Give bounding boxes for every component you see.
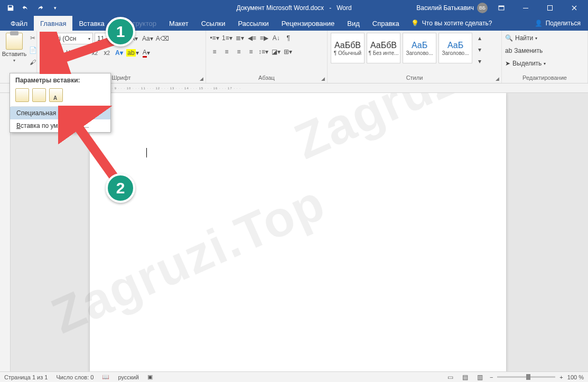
style-heading1[interactable]: АаБ Заголово... (403, 33, 436, 63)
underline-button[interactable]: Ч▾ (64, 48, 75, 58)
tab-mailings[interactable]: Рассылки (231, 16, 275, 31)
title-right: Василий Батькавич ВБ (416, 0, 588, 16)
highlight-button[interactable]: ab▾ (126, 48, 139, 58)
close-button[interactable] (564, 0, 585, 16)
save-icon[interactable] (4, 2, 17, 14)
subscript-button[interactable]: x2 (89, 48, 100, 58)
style-no-spacing[interactable]: АаБбВ ¶ Без инте... (367, 33, 400, 63)
web-layout-icon[interactable]: ▥ (475, 372, 486, 383)
font-name-combo[interactable]: Calibri (Осн▾ (40, 33, 93, 44)
spell-check-icon[interactable]: 📖 (102, 374, 109, 380)
tell-me-search[interactable]: 💡 Что вы хотите сделать? (411, 16, 492, 31)
group-label: Абзац (209, 74, 324, 82)
decrease-indent-button[interactable]: ◀≡ (247, 33, 257, 43)
undo-icon[interactable] (19, 2, 32, 14)
window-title: Документ Microsoft Word.docx - Word (236, 4, 351, 12)
format-painter-icon[interactable]: 🖌 (27, 57, 38, 68)
tab-help[interactable]: Справка (366, 16, 406, 31)
numbering-button[interactable]: 1≡▾ (221, 33, 233, 43)
paste-options-menu: Параметры вставки: A Специальная вставка… (10, 73, 111, 133)
italic-button[interactable]: К (52, 48, 63, 58)
styles-gallery[interactable]: АаБбВ ¶ Обычный АаБбВ ¶ Без инте... АаБ … (331, 33, 485, 67)
align-right-button[interactable]: ≡ (234, 46, 244, 57)
group-styles: АаБбВ ¶ Обычный АаБбВ ¶ Без инте... АаБ … (328, 31, 502, 83)
styles-scroll-down-icon[interactable]: ▾ (474, 44, 485, 55)
document-area: Zagruzi.Top Zagruzi.Top (0, 93, 588, 371)
tab-insert[interactable]: Вставка (72, 16, 110, 31)
styles-scroll-up-icon[interactable]: ▴ (474, 33, 485, 43)
paste-special-item[interactable]: Специальная вставка... (10, 107, 110, 119)
cursor-icon: ➤ (505, 60, 510, 67)
styles-more-icon[interactable]: ▾ (474, 56, 485, 67)
share-icon: 👤 (535, 20, 543, 27)
multilevel-list-button[interactable]: ≣▾ (235, 33, 245, 43)
tab-references[interactable]: Ссылки (195, 16, 232, 31)
status-bar: Страница 1 из 1 Число слов: 0 📖 русский … (0, 371, 588, 382)
tab-review[interactable]: Рецензирование (275, 16, 341, 31)
svg-rect-2 (523, 8, 528, 8)
title-bar: ▾ Документ Microsoft Word.docx - Word Ва… (0, 0, 588, 16)
dialog-launcher-icon[interactable]: ◢ (320, 76, 326, 82)
cut-icon[interactable]: ✂ (27, 33, 38, 43)
read-mode-icon[interactable]: ▭ (445, 372, 456, 383)
show-marks-button[interactable]: ¶ (283, 33, 294, 43)
font-color-button[interactable]: A▾ (141, 48, 152, 58)
minimize-button[interactable] (515, 0, 536, 16)
bold-button[interactable]: Ж (40, 48, 51, 58)
paste-merge-icon[interactable] (32, 88, 46, 102)
increase-indent-button[interactable]: ≡▶ (259, 33, 269, 43)
tab-layout[interactable]: Макет (163, 16, 195, 31)
qat-customize-icon[interactable]: ▾ (49, 2, 61, 14)
style-normal[interactable]: АаБбВ ¶ Обычный (331, 33, 365, 63)
zoom-slider[interactable] (497, 376, 555, 378)
change-case-button[interactable]: Aa▾ (142, 33, 154, 44)
svg-rect-1 (499, 6, 504, 7)
find-button[interactable]: 🔍Найти▾ (505, 33, 546, 43)
page-count[interactable]: Страница 1 из 1 (4, 374, 48, 380)
ribbon-display-options-icon[interactable] (491, 0, 512, 16)
zoom-out-button[interactable]: − (490, 374, 493, 380)
replace-button[interactable]: abЗаменить (505, 45, 546, 56)
dialog-launcher-icon[interactable]: ◢ (198, 76, 204, 82)
clear-formatting-button[interactable]: A⌫ (155, 33, 170, 44)
chevron-down-icon: ▾ (13, 58, 15, 63)
line-spacing-button[interactable]: ↕≡▾ (258, 46, 269, 57)
group-label: Стили (331, 74, 498, 82)
copy-icon[interactable]: 📄 (27, 45, 38, 55)
vertical-ruler[interactable] (0, 93, 11, 371)
zoom-level[interactable]: 100 % (567, 374, 584, 380)
dialog-launcher-icon[interactable]: ◢ (494, 76, 500, 82)
paste-default-item[interactable]: Вставка по умолчанию... (10, 119, 110, 132)
bullets-button[interactable]: •≡▾ (209, 33, 220, 43)
strikethrough-button[interactable]: abc (77, 48, 88, 58)
document-page[interactable] (90, 93, 506, 371)
macro-record-icon[interactable]: ▣ (147, 374, 153, 380)
maximize-button[interactable] (539, 0, 561, 16)
style-heading2[interactable]: АаБ Заголово... (438, 33, 472, 63)
language-indicator[interactable]: русский (118, 374, 138, 380)
justify-button[interactable]: ≡ (246, 46, 256, 57)
zoom-in-button[interactable]: + (559, 374, 563, 380)
text-effects-button[interactable]: A▾ (114, 48, 124, 58)
redo-icon[interactable] (34, 2, 46, 14)
print-layout-icon[interactable]: ▤ (460, 372, 471, 383)
share-button[interactable]: 👤 Поделиться (535, 16, 581, 31)
group-paragraph: •≡▾ 1≡▾ ≣▾ ◀≡ ≡▶ A↓ ¶ ≡ ≡ ≡ ≡ ↕≡▾ ◪▾ ⊞▾ … (206, 31, 328, 83)
align-left-button[interactable]: ≡ (209, 46, 220, 57)
paste-text-only-icon[interactable]: A (49, 88, 63, 102)
paste-button[interactable]: Вставить ▾ (3, 33, 25, 63)
sort-button[interactable]: A↓ (271, 33, 282, 43)
align-center-button[interactable]: ≡ (221, 46, 232, 57)
select-button[interactable]: ➤Выделить▾ (505, 58, 546, 69)
annotation-circle-2: 2 (106, 173, 135, 203)
user-avatar[interactable]: ВБ (477, 3, 488, 13)
user-name[interactable]: Василий Батькавич (416, 4, 474, 12)
word-count[interactable]: Число слов: 0 (56, 374, 94, 380)
tab-home[interactable]: Главная (34, 16, 72, 31)
tab-view[interactable]: Вид (341, 16, 366, 31)
shading-button[interactable]: ◪▾ (270, 46, 281, 57)
tab-file[interactable]: Файл (4, 16, 34, 31)
superscript-button[interactable]: x2 (101, 48, 112, 58)
borders-button[interactable]: ⊞▾ (283, 46, 293, 57)
paste-keep-source-icon[interactable] (15, 88, 29, 102)
